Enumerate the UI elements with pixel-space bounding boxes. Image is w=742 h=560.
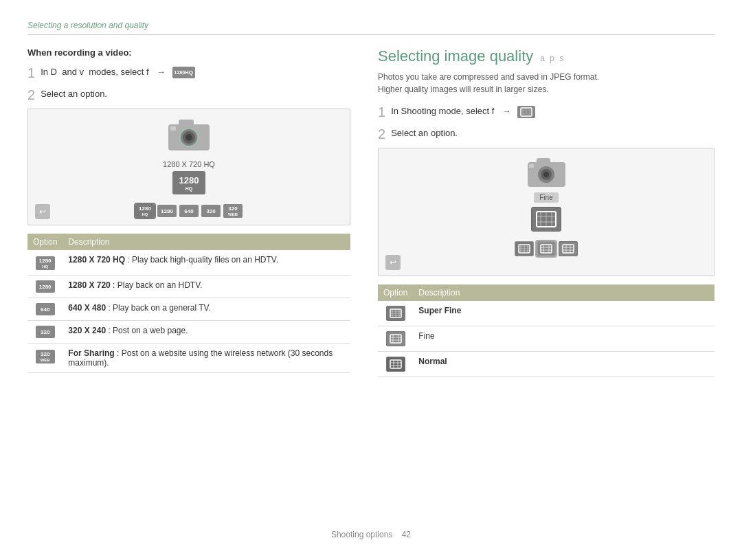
left-step2: 2 Select an option.	[27, 87, 350, 103]
right-back-button[interactable]: ↩	[385, 255, 401, 270]
svg-rect-37	[563, 245, 574, 253]
preview-label: 1280 X 720 HQ	[163, 160, 215, 168]
chip-320[interactable]: 320	[201, 205, 221, 217]
intro-line2: Higher quality images will result in lar…	[378, 85, 549, 94]
table-cell-icon: 640	[27, 298, 63, 321]
right-table-cell-icon	[378, 326, 413, 352]
right-chip-f[interactable]	[537, 241, 556, 256]
right-step2: 2 Select an option.	[378, 126, 715, 142]
right-chip-sf[interactable]	[515, 241, 534, 256]
right-chip-row	[515, 241, 578, 256]
right-row1-icon	[386, 306, 405, 321]
table-cell-desc: 1280 X 720 HQ : Play back high-quality f…	[63, 250, 350, 276]
camera-figure	[165, 116, 213, 156]
table-header-option: Option	[27, 234, 63, 250]
left-step1-text: In D and v modes, select f → 1280HQ	[41, 65, 350, 78]
right-table-row: Normal	[378, 352, 715, 377]
row3-bold: 640 X 480	[68, 303, 106, 313]
svg-rect-17	[537, 158, 550, 164]
right-title-sub: a p s	[540, 54, 565, 63]
left-step2-num: 2	[27, 87, 35, 103]
right-row2-label: Fine	[418, 331, 434, 341]
row3-icon: 640	[36, 303, 55, 315]
svg-rect-4	[179, 120, 194, 126]
table-row: 320 320 X 240 : Post on a web page.	[27, 321, 350, 344]
footer-text: Shooting options	[331, 530, 392, 539]
right-row1-label: Super Fine	[418, 306, 461, 315]
left-option-table: Option Description 1280HQ 1280 X 720 HQ	[27, 234, 350, 373]
large-chip-container: 1280HQ	[172, 171, 205, 194]
svg-rect-32	[541, 245, 552, 253]
footer: Shooting options 42	[27, 523, 715, 539]
back-button[interactable]: ↩	[35, 204, 50, 219]
sf-table-icon	[390, 309, 402, 318]
table-cell-desc: For Sharing : Post on a website using th…	[63, 344, 350, 373]
right-chip-n[interactable]	[559, 241, 578, 256]
row5-bold: For Sharing	[68, 348, 114, 358]
chip-row: 1280HQ 1280 640 320 320WEB	[135, 204, 243, 218]
f-table-icon	[390, 334, 402, 344]
row4-bold: 320 X 240	[68, 326, 106, 335]
svg-rect-18	[529, 164, 534, 168]
chip-1280hq[interactable]: 1280HQ	[135, 204, 155, 218]
left-step1: 1 In D and v modes, select f → 1280HQ	[27, 65, 350, 81]
table-header-description: Description	[63, 234, 350, 250]
chip-320web[interactable]: 320WEB	[223, 204, 243, 218]
right-table-row: Super Fine	[378, 301, 715, 326]
breadcrumb-text: Selecting a resolution and quality	[27, 21, 148, 30]
svg-rect-49	[390, 335, 401, 343]
svg-rect-5	[170, 126, 176, 131]
fine-large-chip	[531, 207, 561, 232]
left-step2-text: Select an option.	[41, 87, 350, 99]
right-table-cell-desc: Normal	[413, 352, 715, 377]
left-step1-num: 1	[27, 65, 35, 81]
right-step1-text: In Shooting mode, select f →	[391, 104, 715, 118]
right-camera-svg	[524, 155, 569, 190]
chip-1280[interactable]: 1280	[157, 205, 177, 217]
right-row3-icon	[386, 357, 405, 372]
right-step2-num: 2	[378, 126, 385, 142]
right-header-description: Description	[413, 284, 715, 301]
breadcrumb: Selecting a resolution and quality	[27, 21, 715, 35]
right-preview-box: Fine	[378, 148, 715, 276]
svg-point-3	[186, 134, 192, 141]
svg-point-16	[543, 172, 549, 177]
n-table-icon	[390, 359, 402, 369]
right-table-header-row: Option Description	[378, 284, 715, 301]
table-row: 320WEB For Sharing : Post on a website u…	[27, 344, 350, 373]
row2-desc: : Play back on an HDTV.	[113, 280, 202, 290]
row1-bold: 1280 X 720 HQ	[68, 255, 125, 265]
table-header-row: Option Description	[27, 234, 350, 250]
right-step2-text: Select an option.	[391, 126, 715, 138]
left-heading: When recording a video:	[27, 47, 350, 58]
table-row: 640 640 X 480 : Play back on a general T…	[27, 298, 350, 321]
fine-chip-svg	[536, 211, 556, 227]
quality-icon-svg	[520, 107, 532, 117]
right-title-container: Selecting image quality a p s	[378, 47, 715, 65]
table-cell-icon: 1280	[27, 276, 63, 298]
camera-svg	[165, 116, 213, 154]
right-row3-label: Normal	[418, 357, 447, 366]
chip-640[interactable]: 640	[179, 205, 199, 217]
page-container: Selecting a resolution and quality When …	[0, 0, 742, 560]
table-cell-desc: 1280 X 720 : Play back on an HDTV.	[63, 276, 350, 298]
left-preview-box: 1280 X 720 HQ 1280HQ 1280HQ 1280 640 320	[27, 109, 350, 225]
right-header-option: Option	[378, 284, 413, 301]
row4-icon: 320	[36, 326, 55, 338]
two-col-layout: When recording a video: 1 In D and v mod…	[27, 47, 715, 523]
svg-rect-54	[390, 360, 401, 368]
right-step1: 1 In Shooting mode, select f →	[378, 104, 715, 120]
right-step1-num: 1	[378, 104, 385, 120]
table-row: 1280HQ 1280 X 720 HQ : Play back high-qu…	[27, 250, 350, 276]
f-icon	[540, 244, 552, 254]
fine-large-icon-container	[531, 207, 561, 232]
row2-icon: 1280	[36, 280, 55, 293]
row4-desc: : Post on a web page.	[108, 326, 188, 335]
table-cell-desc: 640 X 480 : Play back on a general TV.	[63, 298, 350, 321]
right-intro: Photos you take are compressed and saved…	[378, 71, 715, 96]
right-table-cell-icon	[378, 352, 413, 377]
hq-icon-inline: 1280HQ	[172, 67, 196, 78]
row3-desc: : Play back on a general TV.	[108, 303, 210, 313]
table-row: 1280 1280 X 720 : Play back on an HDTV.	[27, 276, 350, 298]
row2-bold: 1280 X 720	[68, 280, 110, 290]
